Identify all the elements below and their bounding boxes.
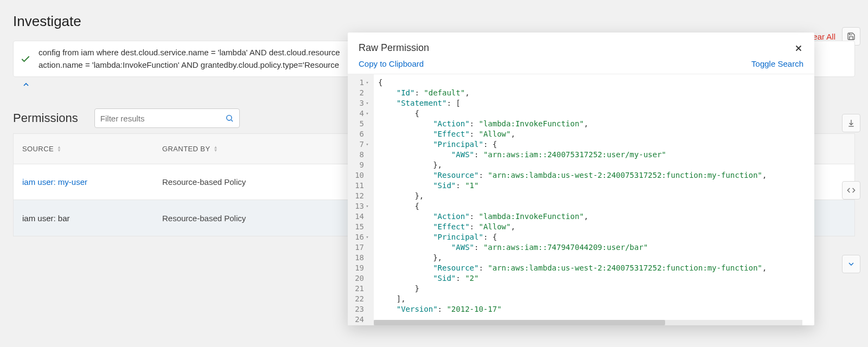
search-icon (225, 114, 234, 123)
sort-icon: ▲▼ (214, 146, 218, 152)
permissions-heading: Permissions (13, 111, 78, 125)
close-icon (794, 43, 803, 53)
download-icon (847, 119, 856, 127)
save-icon (847, 32, 856, 41)
copy-to-clipboard-link[interactable]: Copy to Clipboard (359, 59, 424, 68)
view-code-button[interactable] (842, 181, 860, 200)
valid-check-icon (20, 54, 31, 65)
download-button[interactable] (842, 114, 860, 132)
code-editor[interactable]: 1▾23▾4▾567▾8910111213▾141516▾17181920212… (348, 74, 814, 325)
line-gutter: 1▾23▾4▾567▾8910111213▾141516▾17181920212… (348, 74, 374, 325)
code-content[interactable]: { "Id": "default", "Statement": [ { "Act… (374, 74, 814, 325)
toggle-search-link[interactable]: Toggle Search (751, 59, 803, 68)
cell-source: iam user: my-user (14, 177, 154, 187)
raw-permission-modal: Raw Permission Copy to Clipboard Toggle … (348, 33, 814, 325)
cell-source: iam user: bar (14, 214, 154, 223)
filter-results-input[interactable] (100, 114, 225, 123)
scroll-thumb[interactable] (374, 320, 665, 325)
column-source[interactable]: SOURCE ▲▼ (14, 145, 154, 153)
horizontal-scrollbar[interactable] (374, 320, 802, 325)
column-label: GRANTED BY (162, 145, 210, 153)
modal-title: Raw Permission (359, 42, 794, 54)
code-icon (847, 186, 856, 195)
svg-line-1 (231, 120, 233, 121)
sort-icon: ▲▼ (57, 146, 61, 152)
close-button[interactable] (794, 43, 803, 53)
source-link[interactable]: iam user: my-user (22, 177, 87, 187)
filter-results-field[interactable] (94, 108, 240, 128)
svg-point-0 (226, 115, 231, 120)
expand-button[interactable] (842, 255, 860, 273)
chevron-down-icon (847, 260, 856, 268)
column-label: SOURCE (22, 145, 54, 153)
